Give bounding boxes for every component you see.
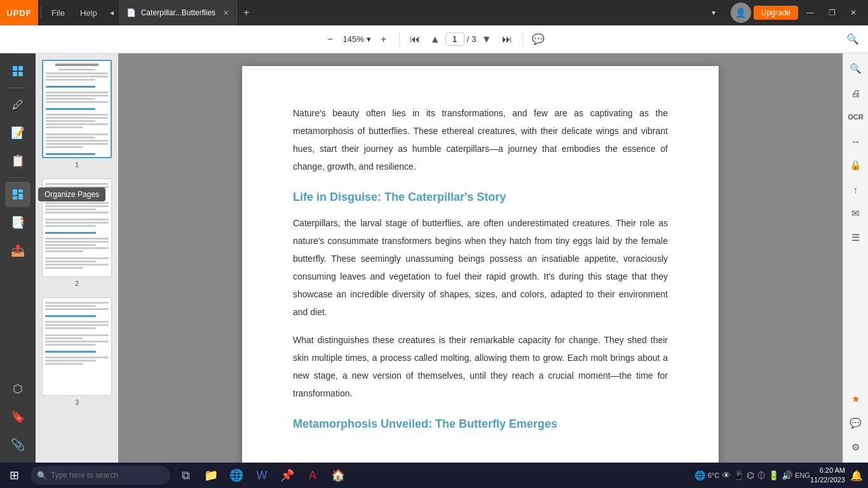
right-convert-icon[interactable]: ↔ <box>846 131 866 151</box>
sidebar-icon-layers[interactable]: ⬡ <box>5 376 31 402</box>
tray-bluetooth-icon[interactable]: ⌬ <box>747 470 754 480</box>
tray-phone-icon[interactable]: 📱 <box>733 470 744 480</box>
tray-network-icon[interactable]: 🌐 <box>695 470 705 480</box>
tray-usb-icon[interactable]: ⏀ <box>757 470 766 480</box>
taskbar-search[interactable]: 🔍 <box>31 466 170 485</box>
toolbar-sep-1 <box>399 32 400 47</box>
svg-rect-6 <box>13 196 17 200</box>
toolbar: − 145% ▾ + ⏮ ▲ / 3 ▼ ⏭ 💬 🔍 <box>0 25 868 53</box>
right-settings-icon[interactable]: ⚙ <box>846 437 866 458</box>
page-total: 3 <box>471 34 476 44</box>
sidebar-sep-2 <box>8 177 27 178</box>
thumb-image-1 <box>42 60 112 158</box>
close-button[interactable]: ✕ <box>844 0 863 25</box>
page-navigator: / 3 <box>445 32 477 46</box>
sidebar-icon-edit[interactable]: 📝 <box>5 120 31 146</box>
taskbar-date-display: 11/22/2023 <box>810 475 845 485</box>
first-page-button[interactable]: ⏮ <box>405 29 425 50</box>
svg-rect-5 <box>18 189 23 193</box>
taskbar-sticky[interactable]: 📌 <box>275 463 300 488</box>
zoom-in-button[interactable]: + <box>374 29 394 50</box>
tab-arrow-left[interactable]: ◂ <box>105 8 119 17</box>
taskbar-search-input[interactable] <box>51 471 153 480</box>
svg-rect-2 <box>13 72 17 76</box>
tab-close-button[interactable]: ✕ <box>223 9 229 17</box>
thumbnail-1[interactable]: 1 <box>39 60 114 168</box>
main-content-area[interactable]: Nature's beauty often lies in its transf… <box>118 53 843 463</box>
toolbar-right-group: 🔍 <box>843 29 863 50</box>
right-print-icon[interactable]: 🖨 <box>846 83 866 103</box>
section1-para2: What distinguishes these creatures is th… <box>293 331 668 402</box>
tab-title: Caterpillar...Butterflies <box>141 8 215 17</box>
start-button[interactable]: ⊞ <box>0 463 28 488</box>
toolbar-sep-2 <box>522 32 523 47</box>
right-ai-icon[interactable]: ★ <box>846 389 866 409</box>
sidebar-icon-grid[interactable] <box>5 58 31 84</box>
comment-button[interactable]: 💬 <box>528 29 548 50</box>
search-button[interactable]: 🔍 <box>843 29 863 50</box>
tab-list-button[interactable]: ▾ <box>707 8 721 17</box>
app-logo: UPDF <box>0 0 38 25</box>
tray-eye-icon[interactable]: 👁 <box>722 470 731 480</box>
prev-page-button[interactable]: ▲ <box>425 29 445 50</box>
thumb-image-3 <box>42 297 112 396</box>
right-search-icon[interactable]: 🔍 <box>846 58 866 79</box>
organize-pages-tooltip: Organize Pages <box>38 187 105 201</box>
upgrade-button[interactable]: Upgrade <box>754 6 798 20</box>
sidebar-icon-extract[interactable]: 📤 <box>5 238 31 263</box>
zoom-out-button[interactable]: − <box>320 29 340 50</box>
next-page-button[interactable]: ▼ <box>477 29 497 50</box>
tray-battery-icon[interactable]: 🔋 <box>768 470 779 480</box>
zoom-level: 145% <box>342 34 363 44</box>
tab-bar: ◂ 📄 Caterpillar...Butterflies ✕ + <box>105 0 256 25</box>
tray-sound-icon[interactable]: 🔊 <box>782 470 792 480</box>
maximize-button[interactable]: ❐ <box>822 0 841 25</box>
taskbar-acrobat[interactable]: A <box>300 463 325 488</box>
right-comment-icon[interactable]: 💬 <box>846 413 866 433</box>
left-sidebar: 🖊 📝 📋 Organize Pages 📑 📤 ⬡ 🔖 📎 <box>0 53 36 463</box>
notification-button[interactable]: 🔔 <box>845 463 868 488</box>
taskbar-time-display: 6:20 AM <box>820 466 845 475</box>
thumbnail-3[interactable]: 3 <box>39 297 114 406</box>
sidebar-bottom: ⬡ 🔖 📎 <box>5 376 31 458</box>
section2-heading: Metamorphosis Unveiled: The Butterfly Em… <box>293 417 668 431</box>
tab-icon: 📄 <box>126 8 136 17</box>
right-share-icon[interactable]: ↑ <box>846 179 866 200</box>
taskbar-files[interactable]: 📁 <box>198 463 224 488</box>
taskbar-thumb[interactable]: 🏠 <box>325 463 351 488</box>
thumb-num-3: 3 <box>75 398 79 406</box>
right-protect-icon[interactable]: 🔒 <box>846 155 866 175</box>
sidebar-icon-copy[interactable]: 📑 <box>5 210 31 235</box>
right-sign-icon[interactable]: ✉ <box>846 203 866 224</box>
page-number-input[interactable] <box>445 32 465 46</box>
taskbar-taskview[interactable]: ⧉ <box>173 463 198 488</box>
page-separator: / <box>467 34 470 44</box>
svg-rect-7 <box>18 194 23 200</box>
zoom-display: 145% ▾ <box>340 34 373 44</box>
tray-temp: 6°C <box>708 471 719 479</box>
sidebar-icon-bookmark[interactable]: 🔖 <box>5 404 31 430</box>
minimize-button[interactable]: — <box>801 0 820 25</box>
svg-rect-4 <box>13 189 17 195</box>
sidebar-icon-pages[interactable]: 📋 <box>5 148 31 173</box>
taskbar-word[interactable]: W <box>249 463 275 488</box>
right-ocr-icon[interactable]: OCR <box>846 107 866 127</box>
help-menu[interactable]: Help <box>72 0 105 25</box>
sidebar-icon-organize[interactable]: Organize Pages <box>5 182 31 207</box>
sidebar-icon-stamp[interactable]: 🖊 <box>5 92 31 118</box>
avatar: 👤 <box>731 3 751 23</box>
taskbar-clock[interactable]: 6:20 AM 11/22/2023 <box>810 466 845 485</box>
zoom-dropdown-icon[interactable]: ▾ <box>367 34 371 44</box>
right-sidebar: 🔍 🖨 OCR ↔ 🔒 ↑ ✉ ☰ ★ 💬 ⚙ <box>843 53 868 463</box>
sidebar-sep-1 <box>8 88 27 88</box>
new-tab-button[interactable]: + <box>237 7 255 18</box>
file-menu[interactable]: File <box>44 0 72 25</box>
active-tab[interactable]: 📄 Caterpillar...Butterflies ✕ <box>119 0 237 25</box>
right-redact-icon[interactable]: ☰ <box>846 227 866 248</box>
pdf-page: Nature's beauty often lies in its transf… <box>242 66 719 463</box>
last-page-button[interactable]: ⏭ <box>497 29 517 50</box>
taskbar-edge[interactable]: 🌐 <box>224 463 249 488</box>
thumb-num-2: 2 <box>75 280 79 287</box>
titlebar-right: ▾ 👤 Upgrade — ❐ ✕ <box>707 0 868 25</box>
sidebar-icon-attachment[interactable]: 📎 <box>5 432 31 458</box>
